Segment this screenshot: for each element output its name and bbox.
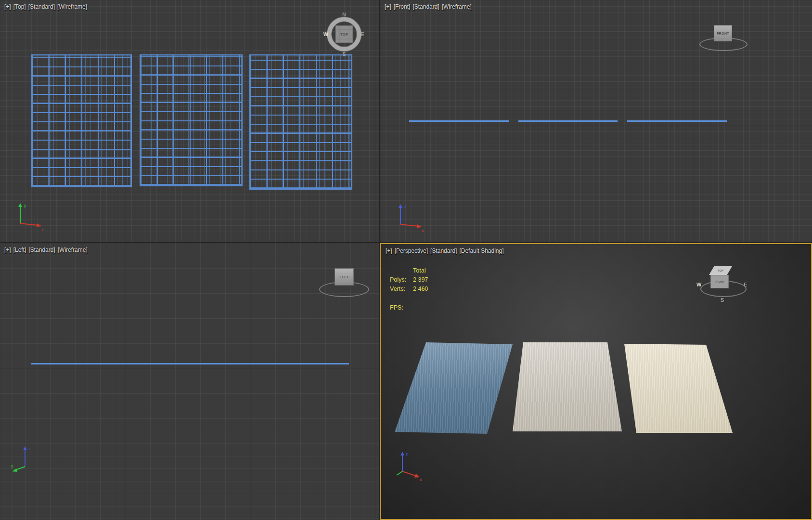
viewcube-top-viewport[interactable]: TOP N S W E — [323, 12, 365, 57]
pov-menu-button[interactable]: [Front] — [394, 3, 411, 10]
rug-wireframe-2[interactable] — [140, 54, 243, 186]
axis-tripod-perspective: z x — [395, 450, 428, 481]
rug-gray[interactable] — [511, 339, 624, 434]
axis-label-x: x — [41, 227, 44, 231]
stats-polys-label: Polys: — [390, 275, 413, 285]
axis-label-z: z — [28, 446, 31, 451]
compass-south[interactable]: S — [721, 297, 724, 303]
render-preset-menu-button[interactable]: [Standard] — [412, 3, 439, 10]
stats-fps-row: FPS: — [390, 303, 428, 312]
stats-spacer — [390, 266, 413, 275]
compass-east[interactable]: E — [744, 282, 747, 287]
viewcube-top-face[interactable]: TOP — [709, 266, 732, 275]
viewcube-front-label: FRONT — [715, 280, 725, 283]
stats-polys-value: 2 397 — [413, 275, 428, 285]
stats-verts-value: 2 460 — [413, 285, 428, 294]
viewport-label-bar: [+] [Top] [Standard] [Wireframe] — [4, 3, 87, 10]
pov-menu-button[interactable]: [Perspective] — [395, 247, 428, 254]
stats-fps-label: FPS: — [390, 303, 413, 312]
viewport-front[interactable]: [+] [Front] [Standard] [Wireframe] FRONT… — [380, 0, 812, 242]
viewcube-left-label: LEFT — [339, 275, 348, 279]
viewcube-front-face[interactable]: FRONT — [714, 25, 732, 41]
general-menu-button[interactable]: [+] — [385, 3, 391, 10]
axis-tripod-left: z y — [11, 444, 44, 475]
max-viewport-layout: [+] [Top] [Standard] [Wireframe] TOP N S… — [0, 0, 812, 520]
viewport-top[interactable]: [+] [Top] [Standard] [Wireframe] TOP N S… — [0, 0, 379, 242]
rug-blue[interactable] — [390, 338, 516, 436]
axis-label-z: z — [404, 204, 407, 209]
general-menu-button[interactable]: [+] — [4, 3, 11, 10]
rug-edge[interactable] — [31, 363, 349, 364]
pov-menu-button[interactable]: [Top] — [13, 3, 26, 10]
rug-cream[interactable] — [622, 340, 735, 436]
general-menu-button[interactable]: [+] — [386, 247, 392, 254]
axis-tripod-top: y x — [13, 201, 47, 231]
stats-verts-row: Verts: 2 460 — [390, 285, 428, 294]
axis-tripod-front: z x — [394, 202, 427, 232]
viewcube-left-face[interactable]: LEFT — [335, 268, 354, 286]
rug-wireframe-3[interactable] — [249, 54, 352, 190]
axis-label-x: x — [420, 477, 422, 481]
compass-south[interactable]: S — [342, 51, 346, 57]
shading-menu-button[interactable]: [Wireframe] — [58, 247, 88, 253]
compass-west[interactable]: W — [323, 31, 329, 37]
viewport-label-bar: [+] [Perspective] [Standard] [Default Sh… — [386, 247, 504, 254]
shading-menu-button[interactable]: [Wireframe] — [57, 3, 87, 10]
rug-edge-2[interactable] — [518, 120, 618, 122]
render-preset-menu-button[interactable]: [Standard] — [430, 247, 457, 254]
compass-north[interactable]: N — [342, 12, 346, 17]
axis-label-y: y — [11, 464, 13, 468]
stats-polys-row: Polys: 2 397 — [390, 275, 428, 285]
viewport-label-bar: [+] [Front] [Standard] [Wireframe] — [385, 3, 472, 10]
rug-wireframe-1[interactable] — [31, 54, 132, 187]
pov-menu-button[interactable]: [Left] — [13, 247, 26, 253]
render-preset-menu-button[interactable]: [Standard] — [28, 247, 55, 253]
viewcube-top-label[interactable]: TOP — [340, 32, 348, 37]
viewcube-perspective[interactable]: TOP FRONT W E S — [696, 262, 749, 307]
stats-verts-label: Verts: — [390, 285, 413, 294]
axis-label-x: x — [422, 228, 424, 232]
general-menu-button[interactable]: [+] — [4, 247, 11, 253]
shading-menu-button[interactable]: [Wireframe] — [442, 3, 472, 10]
compass-east[interactable]: E — [361, 31, 364, 37]
viewcube-front-label: FRONT — [717, 32, 729, 35]
axis-label-z: z — [406, 452, 408, 456]
viewport-label-bar: [+] [Left] [Standard] [Wireframe] — [4, 247, 88, 253]
viewport-perspective[interactable]: [+] [Perspective] [Standard] [Default Sh… — [380, 243, 812, 520]
stats-total-label: Total — [413, 266, 425, 275]
compass-west[interactable]: W — [696, 282, 701, 287]
shading-menu-button[interactable]: [Default Shading] — [459, 247, 503, 254]
viewport-left[interactable]: [+] [Left] [Standard] [Wireframe] LEFT z… — [0, 243, 379, 520]
rug-edge-1[interactable] — [409, 120, 509, 122]
stats-total-row: Total — [390, 266, 428, 275]
axis-label-y: y — [24, 203, 26, 208]
viewport-statistics: Total Polys: 2 397 Verts: 2 460 FPS: — [390, 266, 428, 312]
viewcube-front-face[interactable]: FRONT — [710, 275, 729, 288]
rug-edge-3[interactable] — [627, 120, 727, 122]
viewcube-top-label: TOP — [718, 269, 723, 272]
render-preset-menu-button[interactable]: [Standard] — [28, 3, 55, 10]
